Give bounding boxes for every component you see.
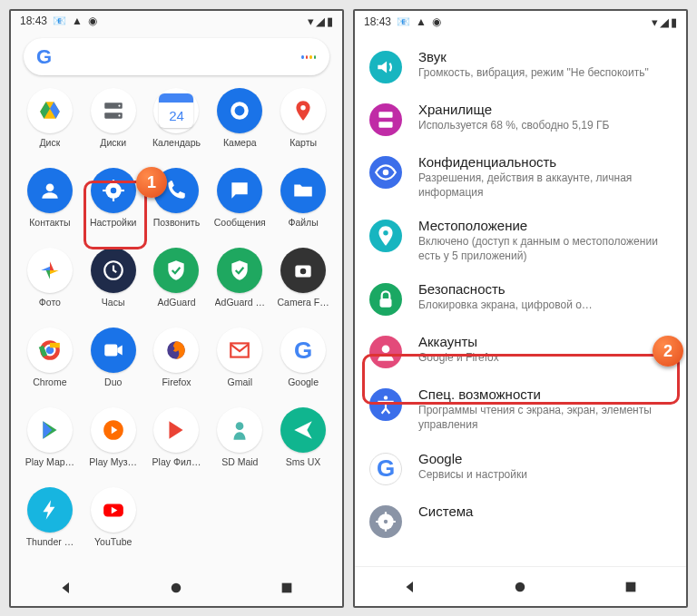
app-duo[interactable]: Duo bbox=[83, 328, 144, 404]
setting-subtitle: Громкость, вибрация, режим "Не беспокоит… bbox=[418, 66, 672, 81]
callout-badge-1: 1 bbox=[136, 167, 167, 198]
app-thunder …[interactable]: Thunder … bbox=[19, 487, 81, 563]
setting-title: Хранилище bbox=[418, 102, 672, 117]
camera-icon bbox=[217, 88, 262, 133]
cam2-icon bbox=[280, 248, 326, 293]
sound-icon bbox=[369, 51, 402, 83]
app-adguard[interactable]: AdGuard bbox=[145, 248, 207, 324]
setting-a11y[interactable]: Спец. возможностиПрограммы чтения с экра… bbox=[355, 377, 686, 441]
setting-location[interactable]: МестоположениеВключено (доступ к данным … bbox=[355, 209, 686, 272]
setting-title: Google bbox=[418, 451, 672, 466]
folder-icon bbox=[280, 168, 326, 213]
notif-icon: ◉ bbox=[432, 15, 441, 28]
app-chrome[interactable]: Chrome bbox=[19, 328, 81, 404]
svg-rect-27 bbox=[282, 582, 292, 592]
wifi-icon: ▾ bbox=[308, 15, 314, 28]
maps-icon bbox=[280, 88, 326, 133]
setting-storage[interactable]: ХранилищеИспользуется 68 %, свободно 5,1… bbox=[355, 93, 686, 145]
google-logo-icon: G bbox=[36, 45, 52, 69]
gmail-icon bbox=[217, 328, 262, 373]
setting-accounts[interactable]: АккаунтыGoogle и Firefox bbox=[355, 325, 686, 377]
setting-security[interactable]: БезопасностьБлокировка экрана, цифровой … bbox=[355, 272, 686, 325]
contact-icon bbox=[27, 168, 73, 213]
notif-icon: 📧 bbox=[53, 15, 66, 27]
app-camera f…[interactable]: Camera F… bbox=[272, 248, 334, 324]
setting-title: Безопасность bbox=[418, 281, 672, 297]
setting-system[interactable]: Система bbox=[355, 494, 686, 547]
clock-text: 18:43 bbox=[20, 15, 47, 27]
recents-button[interactable] bbox=[276, 577, 298, 599]
svg-point-3 bbox=[118, 114, 120, 116]
search-bar[interactable]: G bbox=[24, 38, 329, 75]
clock-text: 18:43 bbox=[364, 15, 391, 28]
notif-icon: ▲ bbox=[72, 15, 83, 27]
assistant-icon[interactable] bbox=[300, 49, 317, 65]
app-часы[interactable]: Часы bbox=[83, 248, 144, 324]
app-label: Camera F… bbox=[278, 297, 329, 308]
wifi-icon: ▾ bbox=[652, 15, 658, 29]
svg-rect-28 bbox=[378, 112, 392, 117]
app-label: Файлы bbox=[288, 217, 318, 228]
recents-button[interactable] bbox=[620, 576, 642, 598]
app-play фил…[interactable]: Play Фил… bbox=[145, 407, 207, 484]
svg-point-26 bbox=[172, 582, 182, 592]
svg-rect-10 bbox=[113, 180, 114, 183]
svg-point-31 bbox=[383, 230, 388, 235]
svg-point-5 bbox=[235, 106, 245, 116]
app-файлы[interactable]: Файлы bbox=[272, 168, 334, 244]
app-sd maid[interactable]: SD Maid bbox=[209, 407, 270, 484]
app-sms ux[interactable]: Sms UX bbox=[272, 407, 334, 484]
svg-point-33 bbox=[382, 346, 390, 354]
app-label: Google bbox=[288, 376, 319, 387]
setting-title: Местоположение bbox=[418, 218, 672, 233]
app-камера[interactable]: Камера bbox=[209, 88, 270, 164]
drive-icon bbox=[27, 88, 73, 133]
svg-rect-32 bbox=[380, 298, 392, 308]
setting-privacy[interactable]: КонфиденциальностьРазрешения, действия в… bbox=[355, 145, 686, 209]
svg-point-36 bbox=[384, 519, 388, 523]
setting-title: Звук bbox=[418, 49, 672, 64]
nav-bar bbox=[355, 566, 686, 606]
setting-google[interactable]: GGoogleСервисы и настройки bbox=[355, 442, 686, 494]
app-adguard …[interactable]: AdGuard … bbox=[209, 248, 270, 324]
battery-icon: ▮ bbox=[327, 15, 333, 28]
setting-title: Система bbox=[418, 504, 672, 519]
svg-rect-38 bbox=[626, 582, 636, 592]
app-диск[interactable]: Диск bbox=[19, 88, 81, 164]
send-icon bbox=[280, 407, 326, 453]
setting-subtitle: Используется 68 %, свободно 5,19 ГБ bbox=[418, 119, 672, 133]
app-label: Сообщения bbox=[214, 217, 266, 228]
app-сообщения[interactable]: Сообщения bbox=[209, 168, 270, 244]
setting-sound[interactable]: ЗвукГромкость, вибрация, режим "Не беспо… bbox=[355, 40, 686, 93]
back-button[interactable] bbox=[55, 577, 77, 599]
setting-subtitle: Google и Firefox bbox=[418, 351, 672, 366]
app-label: Календарь bbox=[152, 137, 201, 148]
chrome-icon bbox=[27, 328, 73, 373]
home-button[interactable] bbox=[165, 577, 187, 599]
status-bar: 18:43 📧 ▲ ◉ ▾ ◢ ▮ bbox=[11, 11, 342, 31]
back-button[interactable] bbox=[399, 576, 421, 598]
app-grid: ДискДиски24КалендарьКамераКартыКонтактыН… bbox=[11, 83, 342, 569]
svg-point-2 bbox=[118, 105, 120, 107]
app-календарь[interactable]: 24Календарь bbox=[145, 88, 207, 164]
app-play муз…[interactable]: Play Муз… bbox=[83, 407, 144, 484]
app-настройки[interactable]: Настройки bbox=[83, 168, 144, 244]
app-firefox[interactable]: Firefox bbox=[145, 328, 207, 404]
setting-subtitle: Включено (доступ к данным о местоположен… bbox=[418, 235, 672, 263]
app-google[interactable]: GGoogle bbox=[272, 328, 334, 404]
app-диски[interactable]: Диски bbox=[83, 88, 144, 164]
setting-title: Конфиденциальность bbox=[418, 154, 672, 170]
app-карты[interactable]: Карты bbox=[272, 88, 334, 164]
notif-icon: ▲ bbox=[416, 15, 427, 28]
storage-icon bbox=[369, 103, 402, 136]
app-label: Play Мар… bbox=[25, 456, 74, 467]
app-контакты[interactable]: Контакты bbox=[19, 168, 81, 244]
home-button[interactable] bbox=[509, 576, 531, 598]
app-gmail[interactable]: Gmail bbox=[209, 328, 270, 404]
duo-icon bbox=[91, 328, 136, 373]
app-play мар…[interactable]: Play Мар… bbox=[19, 407, 81, 484]
app-youtube[interactable]: YouTube bbox=[83, 487, 144, 563]
app-фото[interactable]: Фото bbox=[19, 248, 81, 324]
setting-subtitle: Разрешения, действия в аккаунте, личная … bbox=[418, 171, 672, 200]
settings-list[interactable]: ЗвукГромкость, вибрация, режим "Не беспо… bbox=[355, 33, 686, 566]
